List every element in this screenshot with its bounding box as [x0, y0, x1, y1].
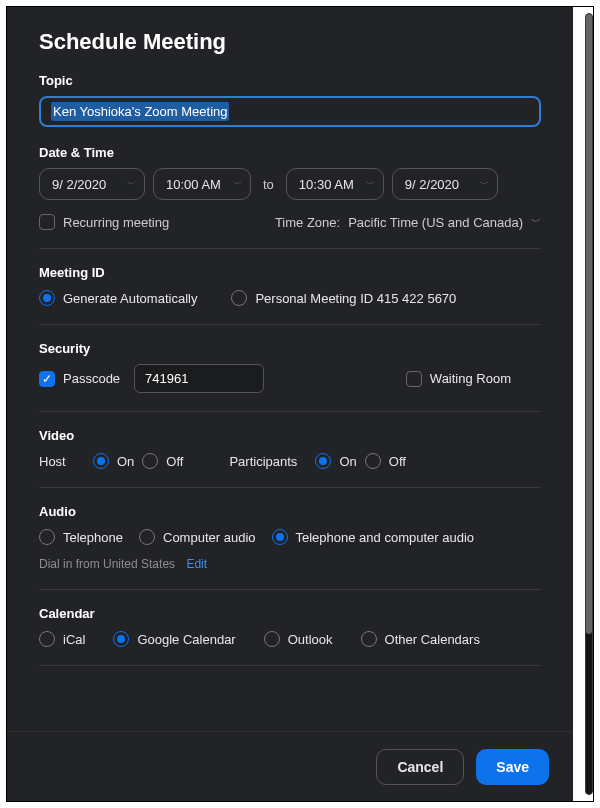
checkbox-icon [39, 214, 55, 230]
to-label: to [259, 177, 278, 192]
participants-video-on-radio[interactable]: On [315, 453, 356, 469]
calendar-outlook-radio[interactable]: Outlook [264, 631, 333, 647]
timezone-value: Pacific Time (US and Canada) [348, 215, 523, 230]
meeting-id-label: Meeting ID [39, 265, 541, 280]
on-label: On [117, 454, 134, 469]
calendar-other-radio[interactable]: Other Calendars [361, 631, 480, 647]
waiting-room-checkbox[interactable]: Waiting Room [406, 371, 511, 387]
chevron-down-icon: ﹀ [127, 178, 136, 191]
participants-video-off-radio[interactable]: Off [365, 453, 406, 469]
checkbox-icon [406, 371, 422, 387]
radio-icon [113, 631, 129, 647]
timezone-label: Time Zone: [275, 215, 340, 230]
topic-label: Topic [39, 73, 541, 88]
audio-telephone-radio[interactable]: Telephone [39, 529, 123, 545]
calendar-google-radio[interactable]: Google Calendar [113, 631, 235, 647]
off-label: Off [389, 454, 406, 469]
dial-in-text: Dial in from United States [39, 557, 175, 571]
host-video-off-radio[interactable]: Off [142, 453, 183, 469]
radio-icon [272, 529, 288, 545]
end-time-value: 10:30 AM [299, 177, 354, 192]
end-date-select[interactable]: 9/ 2/2020 ﹀ [392, 168, 498, 200]
footer: Cancel Save [7, 731, 573, 801]
cal-ical-label: iCal [63, 632, 85, 647]
save-button[interactable]: Save [476, 749, 549, 785]
scrollbar[interactable] [585, 13, 593, 795]
topic-input[interactable]: Ken Yoshioka's Zoom Meeting [39, 96, 541, 127]
radio-icon [39, 529, 55, 545]
chevron-down-icon: ﹀ [366, 178, 375, 191]
audio-both-label: Telephone and computer audio [296, 530, 475, 545]
meeting-id-personal-label: Personal Meeting ID 415 422 5670 [255, 291, 456, 306]
start-time-select[interactable]: 10:00 AM ﹀ [153, 168, 251, 200]
meeting-id-personal-radio[interactable]: Personal Meeting ID 415 422 5670 [231, 290, 456, 306]
cal-google-label: Google Calendar [137, 632, 235, 647]
meeting-id-auto-radio[interactable]: Generate Automatically [39, 290, 197, 306]
radio-icon [93, 453, 109, 469]
waiting-room-label: Waiting Room [430, 371, 511, 386]
schedule-meeting-panel: Schedule Meeting Topic Ken Yoshioka's Zo… [7, 7, 573, 731]
radio-icon [39, 631, 55, 647]
start-time-value: 10:00 AM [166, 177, 221, 192]
chevron-down-icon: ﹀ [531, 215, 541, 229]
security-label: Security [39, 341, 541, 356]
passcode-checkbox[interactable]: ✓ Passcode [39, 371, 120, 387]
chevron-down-icon: ﹀ [480, 178, 489, 191]
passcode-input[interactable] [134, 364, 264, 393]
passcode-label: Passcode [63, 371, 120, 386]
radio-icon [142, 453, 158, 469]
calendar-label: Calendar [39, 606, 541, 621]
datetime-label: Date & Time [39, 145, 541, 160]
recurring-checkbox[interactable]: Recurring meeting [39, 214, 169, 230]
audio-label: Audio [39, 504, 541, 519]
video-label: Video [39, 428, 541, 443]
recurring-label: Recurring meeting [63, 215, 169, 230]
audio-comp-label: Computer audio [163, 530, 256, 545]
checkbox-icon: ✓ [39, 371, 55, 387]
radio-icon [264, 631, 280, 647]
dial-in-edit-link[interactable]: Edit [186, 557, 207, 571]
meeting-id-auto-label: Generate Automatically [63, 291, 197, 306]
audio-both-radio[interactable]: Telephone and computer audio [272, 529, 475, 545]
calendar-ical-radio[interactable]: iCal [39, 631, 85, 647]
chevron-down-icon: ﹀ [233, 178, 242, 191]
participants-label: Participants [229, 454, 315, 469]
topic-value: Ken Yoshioka's Zoom Meeting [51, 102, 229, 121]
radio-icon [365, 453, 381, 469]
off-label: Off [166, 454, 183, 469]
scrollbar-thumb[interactable] [586, 14, 592, 634]
audio-computer-radio[interactable]: Computer audio [139, 529, 256, 545]
cal-outlook-label: Outlook [288, 632, 333, 647]
radio-icon [315, 453, 331, 469]
cal-other-label: Other Calendars [385, 632, 480, 647]
radio-icon [39, 290, 55, 306]
radio-icon [139, 529, 155, 545]
on-label: On [339, 454, 356, 469]
cancel-button[interactable]: Cancel [376, 749, 464, 785]
start-date-select[interactable]: 9/ 2/2020 ﹀ [39, 168, 145, 200]
audio-tel-label: Telephone [63, 530, 123, 545]
end-date-value: 9/ 2/2020 [405, 177, 459, 192]
timezone-select[interactable]: Time Zone: Pacific Time (US and Canada) … [275, 215, 541, 230]
start-date-value: 9/ 2/2020 [52, 177, 106, 192]
end-time-select[interactable]: 10:30 AM ﹀ [286, 168, 384, 200]
host-label: Host [39, 454, 93, 469]
radio-icon [231, 290, 247, 306]
host-video-on-radio[interactable]: On [93, 453, 134, 469]
page-title: Schedule Meeting [39, 29, 541, 55]
radio-icon [361, 631, 377, 647]
